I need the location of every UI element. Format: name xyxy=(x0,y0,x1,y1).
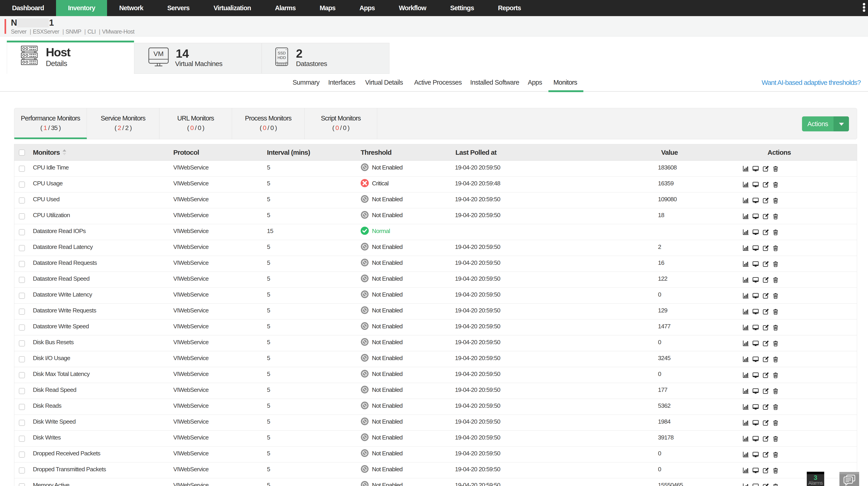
svg-text:VM: VM xyxy=(154,50,164,57)
svg-text:HDD: HDD xyxy=(277,55,286,60)
svg-text:SSD: SSD xyxy=(278,51,285,55)
